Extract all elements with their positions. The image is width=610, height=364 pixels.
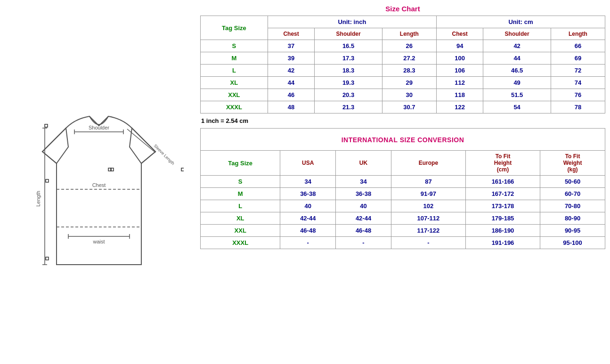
length-inch-cell: 29 [382, 77, 436, 89]
size-chart-title: Size Chart [200, 5, 605, 13]
svg-text:Sleeve Length: Sleeve Length [153, 143, 176, 166]
conv-usa-cell: 34 [280, 176, 336, 188]
shoulder-cm-cell: 54 [483, 101, 551, 113]
size-table-row: L 42 18.3 28.3 106 46.5 72 [201, 65, 605, 77]
conv-tag-cell: M [201, 188, 280, 200]
conv-weight-cell: 70-80 [540, 200, 605, 212]
inch-note: 1 inch = 2.54 cm [201, 117, 605, 124]
conv-table-row: L 40 40 102 173-178 70-80 [201, 200, 605, 212]
conv-europe-cell: 117-122 [391, 225, 465, 237]
svg-rect-17 [46, 179, 49, 182]
svg-rect-18 [46, 257, 49, 260]
right-panel: Size Chart Tag Size Unit: inch Unit: cm … [198, 0, 610, 364]
size-chart-table: Tag Size Unit: inch Unit: cm Chest Shoul… [200, 16, 605, 113]
cm-shoulder-header: Shoulder [483, 28, 551, 40]
size-table-row: S 37 16.5 26 94 42 66 [201, 40, 605, 52]
conv-uk-cell: - [336, 237, 391, 249]
conv-usa-cell: 42-44 [280, 212, 336, 225]
tag-size-cell: L [201, 65, 268, 77]
conv-europe-cell: 91-97 [391, 188, 465, 200]
tag-size-cell: S [201, 40, 268, 52]
conv-height-cell: 173-178 [465, 200, 540, 212]
inch-length-header: Length [382, 28, 436, 40]
conv-europe-cell: 102 [391, 200, 465, 212]
conv-europe-cell: 87 [391, 176, 465, 188]
conv-table-row: S 34 34 87 161-166 50-60 [201, 176, 605, 188]
length-inch-cell: 30 [382, 89, 436, 101]
length-inch-cell: 27.2 [382, 52, 436, 65]
length-cm-cell: 78 [551, 101, 605, 113]
conv-table-row: XXL 46-48 46-48 117-122 186-190 90-95 [201, 225, 605, 237]
conv-tag-cell: XXL [201, 225, 280, 237]
length-cm-cell: 72 [551, 65, 605, 77]
conv-usa-cell: - [280, 237, 336, 249]
chest-cm-cell: 100 [436, 52, 483, 65]
conv-weight-cell: 60-70 [540, 188, 605, 200]
conv-weight-cell: 95-100 [540, 237, 605, 249]
conv-usa-cell: 36-38 [280, 188, 336, 200]
chest-inch-cell: 44 [268, 77, 315, 89]
length-cm-cell: 69 [551, 52, 605, 65]
tag-size-cell: XXXL [201, 101, 268, 113]
cm-chest-header: Chest [436, 28, 483, 40]
chest-cm-cell: 112 [436, 77, 483, 89]
left-panel: waist Chest Shoulder Sleeve Length Lengt… [0, 0, 198, 364]
conv-height-cell: 167-172 [465, 188, 540, 200]
length-inch-cell: 26 [382, 40, 436, 52]
chest-inch-cell: 42 [268, 65, 315, 77]
tag-size-cell: M [201, 52, 268, 65]
chest-cm-cell: 94 [436, 40, 483, 52]
length-cm-cell: 66 [551, 40, 605, 52]
conv-usa-cell: 40 [280, 200, 336, 212]
conv-height-cell: 186-190 [465, 225, 540, 237]
unit-cm-header: Unit: cm [436, 16, 605, 28]
conv-europe-header: Europe [391, 151, 465, 176]
svg-text:Shoulder: Shoulder [89, 125, 109, 130]
shoulder-inch-cell: 18.3 [315, 65, 382, 77]
size-table-row: XXXL 48 21.3 30.7 122 54 78 [201, 101, 605, 113]
inch-shoulder-header: Shoulder [315, 28, 382, 40]
conv-height-header: To FitHeight(cm) [465, 151, 540, 176]
shoulder-inch-cell: 20.3 [315, 89, 382, 101]
inch-chest-header: Chest [268, 28, 315, 40]
conv-uk-cell: 40 [336, 200, 391, 212]
tag-size-header: Tag Size [201, 16, 268, 40]
conv-uk-cell: 46-48 [336, 225, 391, 237]
svg-rect-24 [181, 168, 184, 171]
chest-cm-cell: 106 [436, 65, 483, 77]
shoulder-inch-cell: 21.3 [315, 101, 382, 113]
length-cm-cell: 76 [551, 89, 605, 101]
conv-height-cell: 191-196 [465, 237, 540, 249]
length-inch-cell: 30.7 [382, 101, 436, 113]
svg-text:waist: waist [92, 239, 105, 244]
conversion-table: INTERNATIONAL SIZE CONVERSION Tag Size U… [200, 128, 605, 249]
shoulder-cm-cell: 46.5 [483, 65, 551, 77]
conv-table-row: XXXL - - - 191-196 95-100 [201, 237, 605, 249]
tag-size-cell: XL [201, 77, 268, 89]
conv-height-cell: 179-185 [465, 212, 540, 225]
conv-tag-cell: XL [201, 212, 280, 225]
size-table-row: XL 44 19.3 29 112 49 74 [201, 77, 605, 89]
conv-tag-cell: S [201, 176, 280, 188]
conv-uk-header: UK [336, 151, 391, 176]
cm-length-header: Length [551, 28, 605, 40]
conv-europe-cell: - [391, 237, 465, 249]
size-table-row: XXL 46 20.3 30 118 51.5 76 [201, 89, 605, 101]
conv-height-cell: 161-166 [465, 176, 540, 188]
svg-rect-22 [45, 124, 48, 127]
conv-uk-cell: 42-44 [336, 212, 391, 225]
conv-tag-cell: XXXL [201, 237, 280, 249]
chest-inch-cell: 46 [268, 89, 315, 101]
conv-uk-cell: 34 [336, 176, 391, 188]
conv-table-row: M 36-38 36-38 91-97 167-172 60-70 [201, 188, 605, 200]
shoulder-cm-cell: 49 [483, 77, 551, 89]
shoulder-inch-cell: 16.5 [315, 40, 382, 52]
conv-usa-cell: 46-48 [280, 225, 336, 237]
shoulder-inch-cell: 17.3 [315, 52, 382, 65]
shoulder-inch-cell: 19.3 [315, 77, 382, 89]
unit-inch-header: Unit: inch [268, 16, 436, 28]
shoulder-cm-cell: 42 [483, 40, 551, 52]
conv-weight-cell: 50-60 [540, 176, 605, 188]
conv-uk-cell: 36-38 [336, 188, 391, 200]
conv-tag-size-header: Tag Size [201, 151, 280, 176]
